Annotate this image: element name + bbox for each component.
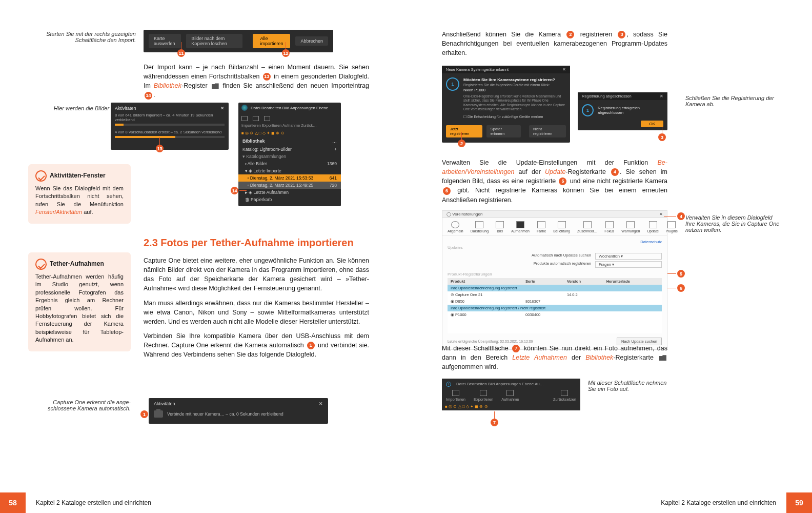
close-icon[interactable]: ✕ [220, 106, 225, 111]
export-icon [253, 116, 259, 121]
connecting-panel: Aktivitäten✕ Verbinde mit neuer Kamera… … [149, 398, 328, 424]
close-icon[interactable]: ✕ [319, 401, 323, 406]
focus-icon [605, 221, 614, 228]
undo-icon [561, 390, 568, 396]
page-number-58: 58 [0, 492, 26, 513]
margin-caption-r2: Verwalten Sie in diesem Dialogfeld Ihre … [685, 214, 783, 233]
paragraph-import: Der Import kann – je nach Bildanzahl – e… [144, 63, 369, 100]
preferences-dialog: ◯ Voreinstellungen✕ Allgemein Darstellun… [442, 210, 667, 350]
delete-after-copy-button[interactable]: Bilder nach dem Kopieren löschen [186, 34, 242, 48]
update-icon [649, 221, 657, 228]
margin-caption-r3: Mit dieser Schaltfläche nehmen Sie ein F… [588, 380, 675, 392]
marker-4: 4 [676, 212, 686, 220]
library-panel: Datei Bearbeiten Bild Anpassungen Ebene … [238, 103, 341, 206]
import-button[interactable]: Importieren [446, 390, 465, 402]
cancel-import-button[interactable]: Abbrechen [295, 36, 328, 46]
marker-1-inline: 1 [307, 342, 315, 349]
close-icon[interactable]: ✕ [659, 212, 663, 216]
import-icon [241, 116, 248, 121]
app-logo-icon: 1 [446, 382, 451, 387]
footer-left: 58 Kapitel 2 Kataloge erstellen und einr… [0, 492, 161, 513]
marker-7-inline: 7 [512, 345, 520, 352]
capture-toolbar: 1Datei Bearbeiten Bild Anpassungen Ebene… [442, 379, 580, 410]
marker-14: 14 [230, 187, 247, 194]
close-icon[interactable]: ✕ [660, 94, 663, 98]
info-icon [451, 221, 459, 228]
footer-right: Kapitel 2 Kataloge erstellen und einrich… [651, 492, 812, 513]
palette-icon [537, 221, 545, 228]
update-frequency-select[interactable]: Wöchentlich ▾ [595, 253, 662, 260]
close-icon[interactable]: ✕ [562, 67, 566, 72]
capture-button[interactable]: Aufnahme [501, 390, 519, 402]
paragraph-register: Anschließend können Sie die Kamera 2 reg… [442, 30, 667, 57]
plugin-icon [667, 221, 676, 228]
dont-register-button[interactable]: Nicht registrieren [529, 125, 566, 137]
marker-3-inline: 3 [618, 31, 625, 38]
app-logo-icon [241, 105, 248, 111]
marker-5-inline: 5 [559, 177, 566, 185]
camera-icon [154, 410, 163, 418]
download-icon [452, 390, 459, 396]
margin-caption-3: Capture One erkennt die ange­schlossene … [38, 399, 131, 411]
capture-one-logo-icon: 1 [446, 77, 459, 91]
marker-12: 12 [281, 42, 291, 57]
marker-11: 11 [176, 42, 186, 57]
marker-14-inline: 14 [145, 92, 152, 100]
auto-register-select[interactable]: Fragen ▾ [595, 261, 662, 268]
privacy-link[interactable]: Datenschutz [640, 240, 662, 244]
margin-caption-1: Starten Sie mit der rechts gezeigten Sch… [38, 31, 136, 43]
page-58: Starten Sie mit der rechts gezeigten Sch… [0, 0, 406, 513]
marker-2: 2 [457, 132, 466, 147]
marker-13: 13 [155, 137, 165, 152]
folder-icon [659, 355, 666, 361]
product-registrations-table: ProduktSerieVersionHerunterlade Ihre Upd… [448, 278, 662, 333]
paragraph-shoot-button: Mit dieser Schaltfläche 7 könnten Sie nu… [442, 344, 667, 371]
marker-5: 5 [676, 270, 686, 278]
folder-icon [212, 83, 219, 89]
import-toolbar: Karte auswerfen Bilder nach dem Kopieren… [144, 30, 333, 52]
check-circle-icon [35, 259, 47, 270]
eye-icon [475, 221, 483, 228]
camera-icon [516, 221, 524, 228]
warning-icon [626, 221, 635, 228]
activities-panel: Aktivitäten✕ 8 von 641 Bildern importier… [111, 103, 229, 150]
tip-tether: Tether-Aufnahmen Tether-Aufnahmen werden… [28, 252, 131, 351]
paragraph-update-settings: Verwalten Sie die Update-Einstellungen m… [442, 158, 667, 205]
marker-7: 7 [490, 411, 499, 426]
preferences-tabs[interactable]: Allgemein Darstellung Bild Aufnahmen Far… [442, 218, 667, 235]
camera-icon [506, 390, 514, 396]
paragraph-tether-2: Man muss allerdings erwähnen, dass nur d… [144, 299, 369, 326]
paragraph-tether-1: Capture One bietet eine weitere, eher un… [144, 256, 369, 293]
page-59: Anschließend können Sie die Kamera 2 reg… [406, 0, 812, 513]
marker-2-inline: 2 [566, 31, 574, 38]
marker-6-inline: 6 [443, 187, 451, 195]
registration-dialog: Neue Kamera-Systemgeräte erkannt✕ 1 Möch… [442, 66, 570, 143]
check-circle-icon [35, 170, 47, 182]
marker-3: 3 [657, 126, 667, 141]
capture-icon [264, 116, 270, 121]
crop-icon [583, 221, 592, 228]
remind-later-button[interactable]: Später erinnern [486, 125, 521, 137]
exposure-icon [558, 221, 566, 228]
export-button[interactable]: Exportieren [474, 390, 493, 402]
paragraph-tether-3: Verbinden Sie Ihre kompatible Kamera übe… [144, 331, 369, 359]
image-icon [496, 221, 504, 228]
margin-caption-r1: Schließen Sie die Registrierung der Kame… [685, 95, 783, 107]
section-heading-2-3: 2.3 Fotos per Tether-Aufnahme importiere… [144, 237, 369, 249]
marker-1: 1 [139, 410, 149, 418]
page-number-59: 59 [786, 492, 812, 513]
marker-4-inline: 4 [611, 168, 619, 176]
marker-6: 6 [676, 284, 686, 292]
reset-button[interactable]: Zurücksetzen [553, 390, 576, 402]
marker-13-inline: 13 [263, 73, 271, 81]
capture-one-logo-icon: 1 [582, 104, 594, 116]
upload-icon [480, 390, 487, 396]
registration-done-dialog: Registrierung abgeschlossen✕ 1 Registrie… [578, 92, 667, 130]
selected-import-row[interactable]: ▫ Dienstag, 2. März 2021 15:53:53641 [238, 174, 341, 182]
tip-activities: Aktivitäten-Fenster Wenn Sie das Dialogf… [28, 164, 131, 224]
